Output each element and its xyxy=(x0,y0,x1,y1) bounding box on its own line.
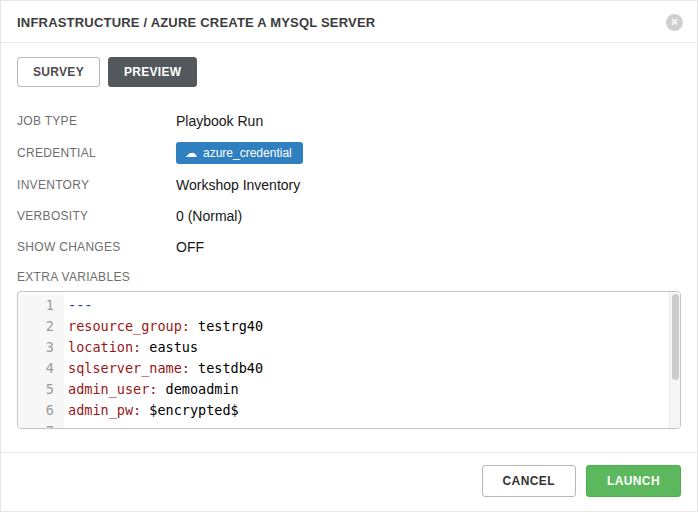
line-number: 1 xyxy=(18,295,64,316)
job-type-value: Playbook Run xyxy=(176,113,263,129)
yaml-doc-separator: --- xyxy=(68,297,92,313)
launch-dialog: INFRASTRUCTURE / AZURE CREATE A MYSQL SE… xyxy=(0,0,698,512)
line-number: 3 xyxy=(18,337,64,358)
tab-survey[interactable]: SURVEY xyxy=(17,57,100,87)
yaml-key: location: xyxy=(68,339,141,355)
close-icon[interactable]: × xyxy=(666,14,683,31)
tab-bar: SURVEY PREVIEW xyxy=(17,57,681,87)
line-number: 2 xyxy=(18,316,64,337)
credential-name: azure_credential xyxy=(203,146,292,160)
detail-row-show-changes: SHOW CHANGES OFF xyxy=(17,237,681,257)
code-line: 4 sqlserver_name: testdb40 xyxy=(18,358,680,379)
scrollbar-thumb[interactable] xyxy=(672,294,679,380)
job-type-label: JOB TYPE xyxy=(17,114,176,128)
yaml-value: testdb40 xyxy=(190,360,263,376)
details-list: JOB TYPE Playbook Run CREDENTIAL ☁ azure… xyxy=(17,111,681,257)
detail-row-verbosity: VERBOSITY 0 (Normal) xyxy=(17,206,681,226)
detail-row-inventory: INVENTORY Workshop Inventory xyxy=(17,175,681,195)
yaml-key: resource_group: xyxy=(68,318,190,334)
show-changes-label: SHOW CHANGES xyxy=(17,240,176,254)
cloud-icon: ☁ xyxy=(185,147,197,159)
dialog-header: INFRASTRUCTURE / AZURE CREATE A MYSQL SE… xyxy=(1,1,697,43)
code-line: 3 location: eastus xyxy=(18,337,680,358)
dialog-footer: CANCEL LAUNCH xyxy=(1,452,697,511)
dialog-body: SURVEY PREVIEW JOB TYPE Playbook Run CRE… xyxy=(1,43,697,452)
cancel-button[interactable]: CANCEL xyxy=(482,465,576,497)
detail-row-job-type: JOB TYPE Playbook Run xyxy=(17,111,681,131)
extra-variables-editor[interactable]: 1 --- 2 resource_group: testrg40 3 locat… xyxy=(17,291,681,429)
inventory-value: Workshop Inventory xyxy=(176,177,300,193)
line-number: 4 xyxy=(18,358,64,379)
yaml-key: admin_user: xyxy=(68,381,157,397)
verbosity-label: VERBOSITY xyxy=(17,209,176,223)
code-line: 5 admin_user: demoadmin xyxy=(18,379,680,400)
code-line: 7 xyxy=(18,421,680,429)
verbosity-value: 0 (Normal) xyxy=(176,208,242,224)
inventory-label: INVENTORY xyxy=(17,178,176,192)
yaml-value: demoadmin xyxy=(157,381,238,397)
credential-badge: ☁ azure_credential xyxy=(176,142,303,164)
launch-button[interactable]: LAUNCH xyxy=(586,465,681,497)
code-line: 6 admin_pw: $encrypted$ xyxy=(18,400,680,421)
yaml-value: eastus xyxy=(141,339,198,355)
line-number: 6 xyxy=(18,400,64,421)
editor-scrollbar[interactable] xyxy=(669,292,680,428)
yaml-value: testrg40 xyxy=(190,318,263,334)
line-number: 7 xyxy=(18,421,64,429)
code-line: 1 --- xyxy=(18,295,680,316)
line-number: 5 xyxy=(18,379,64,400)
extra-variables-label: EXTRA VARIABLES xyxy=(17,270,681,284)
yaml-key: admin_pw: xyxy=(68,402,141,418)
yaml-value: $encrypted$ xyxy=(141,402,239,418)
page-title: INFRASTRUCTURE / AZURE CREATE A MYSQL SE… xyxy=(17,15,375,30)
tab-preview[interactable]: PREVIEW xyxy=(108,57,197,87)
show-changes-value: OFF xyxy=(176,239,204,255)
yaml-key: sqlserver_name: xyxy=(68,360,190,376)
detail-row-credential: CREDENTIAL ☁ azure_credential xyxy=(17,142,681,164)
credential-label: CREDENTIAL xyxy=(17,146,176,160)
code-line: 2 resource_group: testrg40 xyxy=(18,316,680,337)
